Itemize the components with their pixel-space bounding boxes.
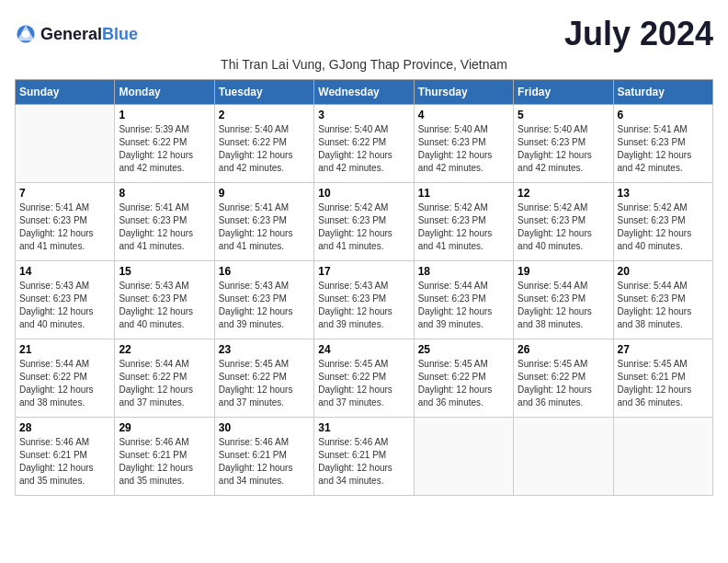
day-info: Sunrise: 5:46 AM Sunset: 6:21 PM Dayligh… [119,436,210,488]
week-row-2: 7Sunrise: 5:41 AM Sunset: 6:23 PM Daylig… [16,183,713,261]
day-info: Sunrise: 5:45 AM Sunset: 6:22 PM Dayligh… [418,358,509,409]
calendar-cell: 24Sunrise: 5:45 AM Sunset: 6:22 PM Dayli… [314,339,414,418]
svg-point-2 [22,30,29,38]
day-info: Sunrise: 5:45 AM Sunset: 6:22 PM Dayligh… [318,358,409,409]
day-info: Sunrise: 5:46 AM Sunset: 6:21 PM Dayligh… [318,436,409,488]
calendar-cell: 21Sunrise: 5:44 AM Sunset: 6:22 PM Dayli… [16,339,115,418]
day-info: Sunrise: 5:42 AM Sunset: 6:23 PM Dayligh… [418,201,509,253]
day-number: 9 [219,187,310,200]
week-row-5: 28Sunrise: 5:46 AM Sunset: 6:21 PM Dayli… [16,418,713,496]
calendar-body: 1Sunrise: 5:39 AM Sunset: 6:22 PM Daylig… [16,105,713,496]
day-info: Sunrise: 5:45 AM Sunset: 6:22 PM Dayligh… [219,358,310,409]
calendar-cell [16,105,115,183]
day-number: 16 [219,265,310,278]
day-number: 12 [518,187,609,200]
day-number: 11 [418,187,509,200]
day-info: Sunrise: 5:42 AM Sunset: 6:23 PM Dayligh… [318,201,409,253]
days-of-week-row: SundayMondayTuesdayWednesdayThursdayFrid… [16,80,713,105]
day-info: Sunrise: 5:40 AM Sunset: 6:22 PM Dayligh… [318,123,409,175]
calendar-cell: 25Sunrise: 5:45 AM Sunset: 6:22 PM Dayli… [414,339,513,418]
calendar-cell: 30Sunrise: 5:46 AM Sunset: 6:21 PM Dayli… [214,418,313,496]
calendar-cell [514,418,613,496]
page-header: GeneralBlue July 2024 [15,15,713,53]
day-info: Sunrise: 5:41 AM Sunset: 6:23 PM Dayligh… [119,201,210,253]
day-info: Sunrise: 5:43 AM Sunset: 6:23 PM Dayligh… [219,280,310,331]
calendar-cell [414,418,513,496]
day-info: Sunrise: 5:39 AM Sunset: 6:22 PM Dayligh… [119,123,210,175]
day-number: 27 [618,343,709,356]
calendar-cell: 3Sunrise: 5:40 AM Sunset: 6:22 PM Daylig… [314,105,414,183]
day-info: Sunrise: 5:40 AM Sunset: 6:23 PM Dayligh… [518,123,609,175]
calendar-cell: 9Sunrise: 5:41 AM Sunset: 6:23 PM Daylig… [214,183,313,261]
calendar-subtitle: Thi Tran Lai Vung, GJong Thap Province, … [15,57,713,72]
day-info: Sunrise: 5:44 AM Sunset: 6:22 PM Dayligh… [19,358,110,409]
calendar-cell: 10Sunrise: 5:42 AM Sunset: 6:23 PM Dayli… [314,183,414,261]
day-number: 28 [19,421,110,434]
day-info: Sunrise: 5:46 AM Sunset: 6:21 PM Dayligh… [219,436,310,488]
logo: GeneralBlue [15,23,138,45]
logo-icon [15,23,37,45]
calendar-header: SundayMondayTuesdayWednesdayThursdayFrid… [16,80,713,105]
calendar-cell: 6Sunrise: 5:41 AM Sunset: 6:23 PM Daylig… [613,105,712,183]
day-number: 29 [119,421,210,434]
calendar-cell: 19Sunrise: 5:44 AM Sunset: 6:23 PM Dayli… [514,261,613,339]
day-number: 10 [318,187,409,200]
day-info: Sunrise: 5:45 AM Sunset: 6:21 PM Dayligh… [618,358,709,409]
day-number: 30 [219,421,310,434]
day-info: Sunrise: 5:40 AM Sunset: 6:23 PM Dayligh… [418,123,509,175]
day-number: 7 [19,187,110,200]
day-number: 19 [518,265,609,278]
calendar-cell: 16Sunrise: 5:43 AM Sunset: 6:23 PM Dayli… [214,261,313,339]
calendar-cell: 5Sunrise: 5:40 AM Sunset: 6:23 PM Daylig… [514,105,613,183]
day-number: 18 [418,265,509,278]
day-info: Sunrise: 5:44 AM Sunset: 6:23 PM Dayligh… [518,280,609,331]
calendar-cell: 29Sunrise: 5:46 AM Sunset: 6:21 PM Dayli… [115,418,214,496]
day-number: 14 [19,265,110,278]
week-row-3: 14Sunrise: 5:43 AM Sunset: 6:23 PM Dayli… [16,261,713,339]
week-row-4: 21Sunrise: 5:44 AM Sunset: 6:22 PM Dayli… [16,339,713,418]
calendar-table: SundayMondayTuesdayWednesdayThursdayFrid… [15,79,713,496]
day-header-saturday: Saturday [613,80,712,105]
day-number: 5 [518,109,609,121]
day-info: Sunrise: 5:44 AM Sunset: 6:22 PM Dayligh… [119,358,210,409]
day-number: 8 [119,187,210,200]
day-info: Sunrise: 5:41 AM Sunset: 6:23 PM Dayligh… [19,201,110,253]
day-info: Sunrise: 5:41 AM Sunset: 6:23 PM Dayligh… [618,123,709,175]
day-header-tuesday: Tuesday [214,80,313,105]
calendar-cell: 31Sunrise: 5:46 AM Sunset: 6:21 PM Dayli… [314,418,414,496]
day-info: Sunrise: 5:42 AM Sunset: 6:23 PM Dayligh… [618,201,709,253]
day-number: 17 [318,265,409,278]
day-number: 6 [618,109,709,121]
day-number: 21 [19,343,110,356]
day-header-friday: Friday [514,80,613,105]
day-number: 13 [618,187,709,200]
day-number: 26 [518,343,609,356]
calendar-cell: 1Sunrise: 5:39 AM Sunset: 6:22 PM Daylig… [115,105,214,183]
calendar-cell: 7Sunrise: 5:41 AM Sunset: 6:23 PM Daylig… [16,183,115,261]
calendar-cell: 15Sunrise: 5:43 AM Sunset: 6:23 PM Dayli… [115,261,214,339]
calendar-cell: 4Sunrise: 5:40 AM Sunset: 6:23 PM Daylig… [414,105,513,183]
day-info: Sunrise: 5:43 AM Sunset: 6:23 PM Dayligh… [19,280,110,331]
calendar-cell: 8Sunrise: 5:41 AM Sunset: 6:23 PM Daylig… [115,183,214,261]
calendar-cell [613,418,712,496]
day-number: 4 [418,109,509,121]
calendar-cell: 27Sunrise: 5:45 AM Sunset: 6:21 PM Dayli… [613,339,712,418]
day-info: Sunrise: 5:40 AM Sunset: 6:22 PM Dayligh… [219,123,310,175]
day-number: 25 [418,343,509,356]
day-number: 2 [219,109,310,121]
day-number: 20 [618,265,709,278]
day-number: 22 [119,343,210,356]
calendar-cell: 14Sunrise: 5:43 AM Sunset: 6:23 PM Dayli… [16,261,115,339]
calendar-cell: 18Sunrise: 5:44 AM Sunset: 6:23 PM Dayli… [414,261,513,339]
day-number: 1 [119,109,210,121]
calendar-cell: 11Sunrise: 5:42 AM Sunset: 6:23 PM Dayli… [414,183,513,261]
week-row-1: 1Sunrise: 5:39 AM Sunset: 6:22 PM Daylig… [16,105,713,183]
logo-blue-text: Blue [102,25,138,43]
calendar-cell: 28Sunrise: 5:46 AM Sunset: 6:21 PM Dayli… [16,418,115,496]
calendar-cell: 2Sunrise: 5:40 AM Sunset: 6:22 PM Daylig… [214,105,313,183]
calendar-cell: 20Sunrise: 5:44 AM Sunset: 6:23 PM Dayli… [613,261,712,339]
day-info: Sunrise: 5:41 AM Sunset: 6:23 PM Dayligh… [219,201,310,253]
calendar-cell: 22Sunrise: 5:44 AM Sunset: 6:22 PM Dayli… [115,339,214,418]
day-info: Sunrise: 5:46 AM Sunset: 6:21 PM Dayligh… [19,436,110,488]
calendar-cell: 17Sunrise: 5:43 AM Sunset: 6:23 PM Dayli… [314,261,414,339]
